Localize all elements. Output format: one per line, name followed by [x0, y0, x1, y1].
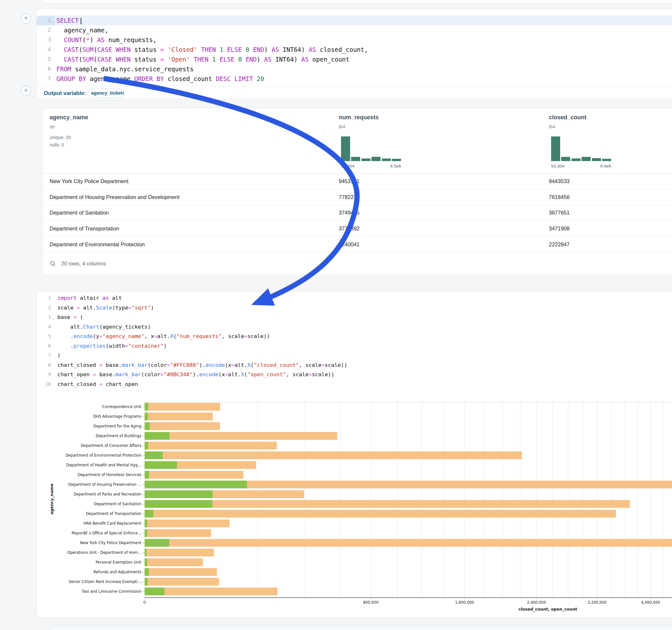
gutter-line-number: 1 — [37, 293, 51, 303]
table-cell: 9443533 — [549, 178, 570, 185]
code-text: COUNT(*) AS num_requests, — [56, 35, 157, 45]
table-cell: 2240041 — [339, 241, 360, 248]
column-stat: unique: 20 — [50, 135, 71, 140]
add-cell-button-top[interactable]: + — [21, 13, 31, 24]
code-line[interactable]: 6FROM sample_data.nyc.service_requests — [37, 64, 672, 74]
histogram-bar — [351, 157, 360, 161]
code-line[interactable]: 10chart_closed + chart_open — [37, 380, 672, 389]
table-cell: Department of Transportation — [50, 225, 119, 232]
code-line[interactable]: 3⌄base = ( — [37, 312, 672, 322]
python-cell[interactable]: 1import altair as alt2scale = alt.Scale(… — [36, 291, 672, 618]
table-cell: 9453131 — [339, 178, 360, 185]
code-line[interactable]: 2scale = alt.Scale(type="sqrt") — [37, 303, 672, 313]
gutter-line-number: 2 — [37, 303, 51, 313]
code-text: chart_closed + chart_open — [57, 380, 138, 389]
column-stat: nulls: 0 — [50, 142, 64, 147]
fold-chevron-icon[interactable]: ⌄ — [52, 16, 54, 26]
histogram-bar — [551, 137, 560, 161]
code-line[interactable]: 7GROUP BY agency_name ORDER BY closed_co… — [37, 74, 672, 83]
histogram-bar — [341, 137, 350, 161]
code-line[interactable]: 9chart_open = base.mark_bar(color="#8BC3… — [37, 370, 672, 380]
previous-cell-stub[interactable] — [41, 0, 672, 3]
row-separator — [43, 252, 672, 252]
gutter-line-number: 7 — [37, 74, 51, 83]
histogram-bar — [392, 159, 401, 161]
code-text: ) — [57, 350, 61, 360]
code-text: base = ( — [57, 312, 83, 322]
code-line[interactable]: 2 agency_name, — [37, 25, 672, 35]
gutter-line-number: 5 — [37, 54, 51, 64]
table-cell: Department of Environmental Protection — [50, 241, 145, 248]
notebook-canvas: + + 1⌄SELECT2 agency_name,3 COUNT(*) AS … — [0, 0, 672, 630]
code-line[interactable]: 1import altair as alt — [37, 293, 672, 303]
code-line[interactable]: 7) — [37, 350, 672, 360]
table-row[interactable]: Department of Environmental Protection22… — [43, 237, 672, 252]
gutter-line-number: 2 — [37, 25, 51, 35]
search-icon[interactable] — [50, 261, 56, 267]
gutter-line-number: 3 — [37, 35, 51, 45]
histogram-bar — [572, 159, 581, 161]
table-cell: 3749485 — [339, 210, 360, 216]
code-line[interactable]: 8chart_closed = base.mark_bar(color="#FF… — [37, 360, 672, 370]
column-header-name[interactable]: agency_name — [50, 114, 88, 121]
gutter-line-number: 5 — [37, 332, 51, 341]
column-header-name[interactable]: num_requests — [339, 114, 379, 121]
x-axis-title: closed_count, open_count — [518, 607, 577, 611]
table-row[interactable]: New York City Police Department945313194… — [43, 174, 672, 189]
code-text: SELECT — [56, 16, 81, 25]
gutter-line-number: 6 — [37, 64, 51, 74]
dataframe-preview[interactable]: agency_namestrunique: 20nulls: 0num_requ… — [42, 108, 672, 275]
code-text: chart_open = base.mark_bar(color="#8BC34… — [57, 370, 334, 380]
column-header-name[interactable]: closed_count — [549, 114, 586, 121]
histogram-bar — [581, 157, 591, 161]
code-line[interactable]: 5 CAST(SUM(CASE WHEN status = 'Open' THE… — [37, 54, 672, 64]
code-text: .properties(width="container") — [57, 341, 167, 351]
table-header-divider — [43, 173, 672, 174]
gutter-line-number: 4 — [37, 45, 51, 54]
output-variable-pill[interactable]: agency_tickets — [88, 89, 124, 98]
column-header-type: i64 — [549, 124, 555, 129]
column-header-type: str — [50, 124, 55, 129]
histogram-max-label: 9.5e6 — [341, 164, 401, 169]
code-line[interactable]: 1⌄SELECT — [37, 16, 672, 25]
code-text: import altair as alt — [57, 293, 122, 303]
code-text: scale = alt.Scale(type="sqrt") — [57, 303, 154, 313]
cell-divider — [37, 86, 672, 86]
histogram-max-label: 9.4e6 — [551, 164, 611, 169]
sql-cell[interactable]: 1⌄SELECT2 agency_name,3 COUNT(*) AS num_… — [36, 8, 672, 99]
histogram-bar — [382, 159, 391, 161]
python-code-editor[interactable]: 1import altair as alt2scale = alt.Scale(… — [37, 292, 672, 389]
histogram-bar — [592, 158, 601, 161]
table-cell: New York City Police Department — [50, 178, 128, 185]
gutter-line-number: 9 — [37, 370, 51, 380]
code-text: .encode(y="agency_name", x=alt.X("num_re… — [57, 332, 270, 341]
table-cell: Department of Sanitation — [50, 210, 109, 216]
table-row[interactable]: Department of Transportation377489234719… — [43, 221, 672, 237]
table-cell: Department of Housing Preservation and D… — [50, 194, 179, 200]
code-line[interactable]: 5 .encode(y="agency_name", x=alt.X("num_… — [37, 332, 672, 341]
gutter-line-number: 4 — [37, 322, 51, 332]
code-text: CAST(SUM(CASE WHEN status = 'Open' THEN … — [56, 54, 350, 64]
histogram-bar — [371, 157, 381, 161]
code-line[interactable]: 6 .properties(width="container") — [37, 341, 672, 351]
code-line[interactable]: 3 COUNT(*) AS num_requests, — [37, 35, 672, 45]
table-cell: 3774892 — [339, 225, 360, 232]
code-text: GROUP BY agency_name ORDER BY closed_cou… — [56, 74, 264, 83]
code-text: alt.Chart(agency_tickets) — [57, 322, 151, 332]
code-line[interactable]: 4 alt.Chart(agency_tickets) — [37, 322, 672, 332]
text-cursor — [81, 18, 81, 24]
gutter-line-number: 7 — [37, 350, 51, 360]
histogram-bar — [561, 157, 570, 161]
column-header-type: i64 — [339, 124, 345, 129]
sql-code-editor[interactable]: 1⌄SELECT2 agency_name,3 COUNT(*) AS num_… — [37, 9, 672, 86]
y-axis-title: agency_name — [49, 484, 54, 514]
next-cell-stub[interactable] — [49, 625, 672, 630]
add-cell-button-middle[interactable]: + — [21, 86, 31, 96]
code-line[interactable]: 4 CAST(SUM(CASE WHEN status = 'Closed' T… — [37, 45, 672, 54]
output-variable-label: Output variable: — [44, 90, 86, 97]
fold-chevron-icon[interactable]: ⌄ — [52, 313, 54, 323]
table-row[interactable]: Department of Sanitation37494853677651 — [43, 205, 672, 221]
code-text: FROM sample_data.nyc.service_requests — [56, 64, 194, 74]
table-row[interactable]: Department of Housing Preservation and D… — [43, 190, 672, 205]
table-footer-summary: 20 rows, 4 columns — [61, 261, 106, 267]
